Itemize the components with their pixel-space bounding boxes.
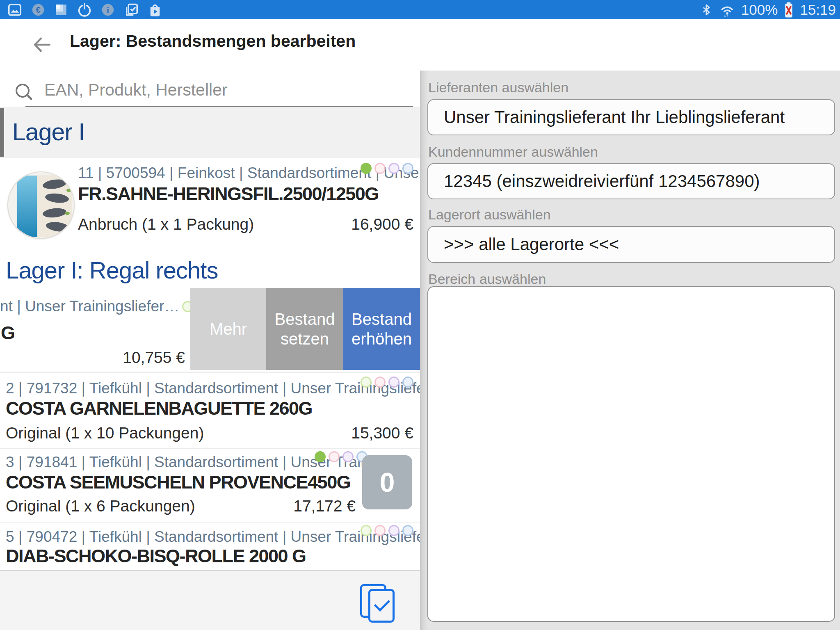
product-title: COSTA GARNELENBAGUETTE 260G bbox=[6, 398, 312, 419]
pink-dot bbox=[374, 525, 386, 536]
status-bar: € i 100% bbox=[0, 0, 840, 19]
green-filled-dot bbox=[361, 163, 372, 174]
supplier-label: Lieferanten auswählen bbox=[428, 80, 568, 96]
pink-dot bbox=[374, 163, 386, 174]
supplier-select[interactable]: Unser Trainingslieferant Ihr Lieblingsli… bbox=[427, 99, 835, 135]
info-icon: i bbox=[101, 3, 115, 17]
product-row-schoko-bisq-rolle[interactable]: 5 | 790472 | Tiefkühl | Standardsortimen… bbox=[0, 523, 420, 570]
purple-dot bbox=[342, 451, 354, 462]
scrollbar-thumb[interactable] bbox=[0, 108, 4, 157]
list-footer bbox=[0, 570, 420, 630]
svg-text:i: i bbox=[107, 5, 109, 15]
product-price: 10,755 € bbox=[123, 349, 185, 367]
pink-dot bbox=[329, 451, 340, 462]
shop-bag-icon bbox=[148, 2, 162, 17]
customer-number-select[interactable]: 12345 (einszweidreivierfünf 1234567890) bbox=[427, 163, 835, 199]
euro-icon: € bbox=[31, 3, 45, 17]
product-row-seemuscheln[interactable]: 3 | 791841 | Tiefkühl | Standardsortimen… bbox=[0, 449, 420, 523]
green-dot bbox=[361, 377, 372, 388]
app-bar: Lager: Bestandsmengen bearbeiten bbox=[0, 19, 840, 71]
content: Lager I 11 | 5700594 | Feinkost | Standa… bbox=[0, 71, 840, 630]
product-list-panel: Lager I 11 | 5700594 | Feinkost | Standa… bbox=[0, 71, 420, 630]
product-title: DIAB-SCHOKO-BISQ-ROLLE 2000 G bbox=[6, 546, 306, 567]
product-packaging: Original (1 x 10 Packungen) bbox=[6, 424, 204, 442]
battery-unknown-icon bbox=[783, 2, 794, 18]
blue-dot bbox=[402, 163, 413, 174]
multi-select-icon[interactable] bbox=[360, 584, 395, 621]
product-title-truncated: G bbox=[1, 322, 15, 344]
customer-number-label: Kundennummer auswählen bbox=[428, 144, 598, 160]
section-header-regal-rechts: Lager I: Regal rechts bbox=[0, 251, 420, 288]
pink-dot bbox=[374, 377, 386, 388]
status-dots bbox=[312, 451, 368, 462]
wifi-icon bbox=[719, 2, 735, 18]
product-price: 17,172 € bbox=[293, 497, 356, 515]
stock-count-badge: 0 bbox=[362, 455, 412, 509]
product-title: FR.SAHNE-HERINGSFIL.2500/1250G bbox=[78, 183, 379, 205]
area-label: Bereich auswählen bbox=[428, 271, 546, 287]
gallery-icon bbox=[7, 2, 22, 17]
product-row-swiped[interactable]: nt | Unser Trainingsliefer… G 10,755 € M… bbox=[0, 288, 420, 373]
green-dot bbox=[361, 525, 372, 536]
storage-location-select[interactable]: >>> alle Lagerorte <<< bbox=[427, 226, 835, 263]
search-bar bbox=[0, 71, 420, 107]
swipe-actions: Mehr Bestand setzen Bestand erhöhen bbox=[190, 288, 420, 370]
bluetooth-icon bbox=[699, 3, 713, 17]
product-packaging: Anbruch (1 x 1 Packung) bbox=[78, 215, 254, 233]
svg-text:€: € bbox=[36, 5, 40, 14]
storage-location-label: Lagerort auswählen bbox=[428, 207, 551, 223]
supplier-value: Unser Trainingslieferant Ihr Lieblingsli… bbox=[444, 107, 785, 127]
product-packaging: Original (1 x 6 Packungen) bbox=[6, 497, 195, 515]
product-price: 15,300 € bbox=[351, 424, 413, 442]
set-stock-button[interactable]: Bestand setzen bbox=[266, 288, 343, 370]
search-input[interactable] bbox=[43, 77, 381, 103]
blue-dot bbox=[402, 525, 413, 536]
screen: € i 100% bbox=[0, 0, 840, 630]
clock-time: 15:19 bbox=[800, 2, 836, 18]
section-header-lager-1: Lager I bbox=[0, 107, 420, 158]
search-icon bbox=[16, 84, 30, 98]
filter-panel: Lieferanten auswählen Unser Trainingslie… bbox=[420, 71, 840, 630]
purple-dot bbox=[388, 377, 399, 388]
customer-number-value: 12345 (einszweidreivierfünf 1234567890) bbox=[444, 171, 760, 191]
product-row-heringsfilet[interactable]: 11 | 5700594 | Feinkost | Standardsortim… bbox=[0, 158, 420, 251]
product-meta: nt | Unser Trainingsliefer… bbox=[0, 298, 179, 315]
status-dots bbox=[358, 377, 413, 388]
notification-icons: € i bbox=[0, 2, 162, 17]
hamburger-menu-icon[interactable] bbox=[803, 37, 825, 60]
green-filled-dot bbox=[315, 451, 326, 462]
more-button[interactable]: Mehr bbox=[190, 288, 266, 370]
back-button[interactable] bbox=[30, 33, 53, 56]
purple-dot bbox=[388, 163, 399, 174]
page-title: Lager: Bestandsmengen bearbeiten bbox=[70, 32, 356, 51]
blue-dot bbox=[402, 377, 413, 388]
area-select-list[interactable] bbox=[427, 286, 835, 622]
flipboard-icon bbox=[54, 3, 68, 17]
section-title: Lager I bbox=[12, 118, 85, 146]
status-dots bbox=[358, 163, 413, 174]
status-indicators: 100% 15:19 bbox=[699, 2, 840, 18]
product-image bbox=[7, 171, 75, 239]
purple-dot bbox=[388, 525, 399, 536]
product-title: COSTA SEEMUSCHELN PROVENCE450G bbox=[6, 472, 350, 493]
product-price: 16,900 € bbox=[351, 215, 413, 233]
section-title: Lager I: Regal rechts bbox=[6, 256, 218, 284]
battery-percent: 100% bbox=[741, 2, 778, 18]
product-row-garnelenbaguette[interactable]: 2 | 791732 | Tiefkühl | Standardsortimen… bbox=[0, 373, 420, 449]
copy-check-icon bbox=[124, 2, 139, 17]
increase-stock-button[interactable]: Bestand erhöhen bbox=[343, 288, 420, 370]
storage-location-value: >>> alle Lagerorte <<< bbox=[444, 235, 619, 254]
data-usage-icon bbox=[77, 2, 92, 17]
status-dots bbox=[358, 525, 413, 536]
select-check-sheet bbox=[368, 589, 395, 623]
